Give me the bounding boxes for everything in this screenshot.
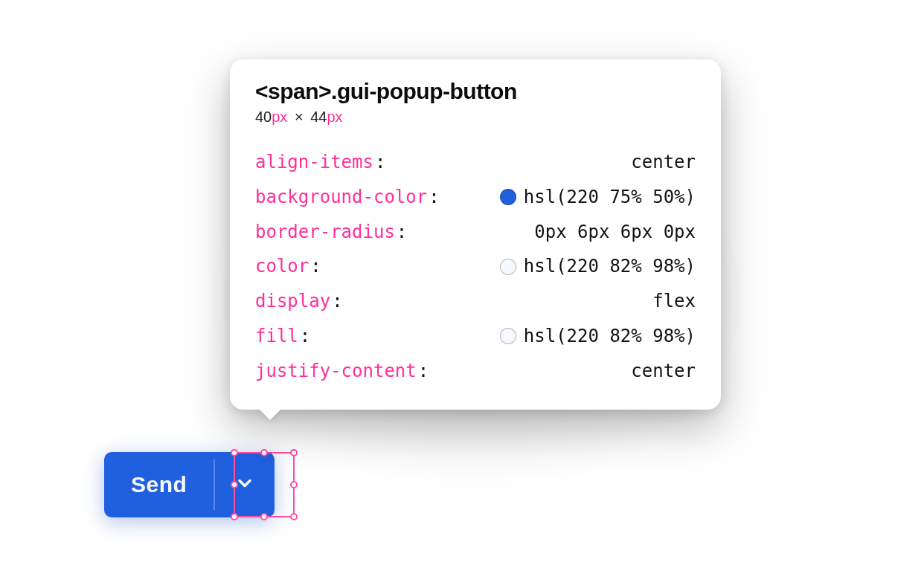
property-row: background-color: hsl(220 75% 50%): [255, 180, 696, 215]
split-button: Send: [104, 452, 275, 517]
property-value: hsl(220 75% 50%): [524, 180, 696, 215]
property-value: hsl(220 82% 98%): [524, 249, 696, 284]
property-row: justify-content: center: [255, 354, 696, 389]
property-value: center: [631, 354, 696, 389]
resize-handle-bottom-right[interactable]: [290, 513, 298, 520]
property-row: border-radius: 0px 6px 6px 0px: [255, 215, 696, 250]
property-value: flex: [652, 284, 696, 319]
inspector-height-unit: px: [327, 109, 342, 125]
property-name: color: [255, 256, 309, 277]
send-button-label: Send: [131, 472, 187, 497]
property-name: align-items: [255, 152, 373, 172]
resize-handle-top-right[interactable]: [290, 449, 298, 456]
inspector-tooltip: <span>.gui-popup-button 40px × 44px alig…: [230, 59, 721, 410]
property-name: fill: [255, 326, 298, 346]
property-value: 0px 6px 6px 0px: [534, 215, 696, 250]
inspector-width-value: 40: [255, 109, 272, 125]
color-swatch: [500, 189, 516, 205]
property-name: justify-content: [255, 361, 417, 381]
property-row: display: flex: [255, 284, 696, 319]
inspector-dimensions: 40px × 44px: [255, 109, 696, 126]
inspector-selector: <span>.gui-popup-button: [255, 79, 696, 104]
property-value: hsl(220 82% 98%): [524, 319, 696, 354]
property-row: fill: hsl(220 82% 98%): [255, 319, 696, 354]
property-row: color: hsl(220 82% 98%): [255, 249, 696, 284]
inspector-properties-list: align-items: center background-color: hs…: [255, 145, 696, 389]
property-name: background-color: [255, 187, 427, 207]
resize-handle-middle-right[interactable]: [290, 481, 298, 488]
property-row: align-items: center: [255, 145, 696, 180]
send-button[interactable]: Send: [104, 452, 214, 517]
dimensions-separator: ×: [295, 109, 304, 125]
chevron-down-icon: [234, 473, 255, 497]
inspector-width-unit: px: [272, 109, 287, 125]
color-swatch: [500, 259, 516, 275]
gui-popup-button[interactable]: [215, 452, 275, 517]
property-name: display: [255, 291, 330, 311]
color-swatch: [500, 328, 516, 344]
property-value: center: [631, 145, 696, 180]
inspector-height-value: 44: [310, 109, 327, 125]
property-name: border-radius: [255, 222, 395, 242]
